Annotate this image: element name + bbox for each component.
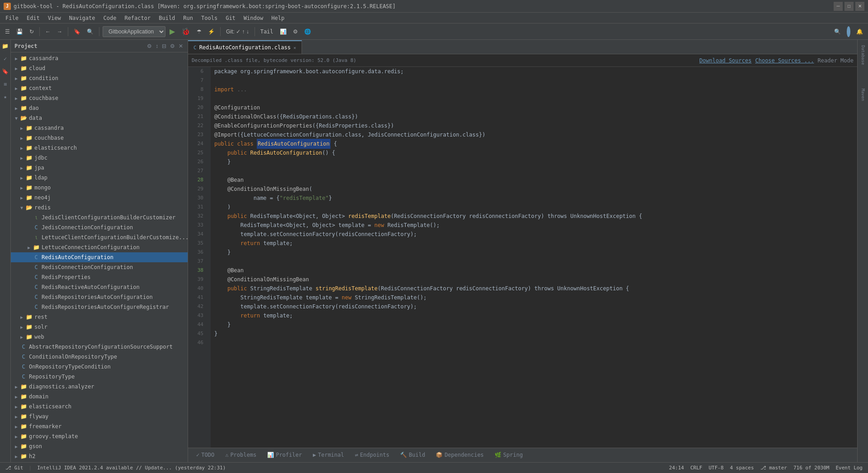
panel-settings-btn[interactable]: ⚙: [146, 42, 153, 50]
tree-item-data-jpa[interactable]: ▶ 📁 jpa: [11, 163, 188, 173]
tree-item-web[interactable]: ▶ 📁 web: [11, 332, 188, 342]
reader-mode-button[interactable]: Reader Mode: [818, 57, 854, 64]
toolbar-memory-btn[interactable]: 📊: [278, 27, 289, 36]
menu-refactor[interactable]: Refactor: [121, 14, 154, 22]
tree-item-flyway[interactable]: ▶ 📁 flyway: [11, 412, 188, 421]
panel-gear-btn[interactable]: ⚙: [169, 42, 176, 50]
tree-item-repo-type[interactable]: ▶ C RepositoryType: [11, 372, 188, 382]
bottom-tab-problems[interactable]: ⚠ Problems: [221, 449, 261, 462]
status-cursor[interactable]: 24:14: [667, 465, 686, 471]
tree-item-h2[interactable]: ▶ 📁 h2: [11, 451, 188, 461]
tree-item-cassandra[interactable]: ▶ 📁 cassandra: [11, 53, 188, 63]
run-config-selector[interactable]: GitbookApplication: [103, 26, 165, 37]
code-content[interactable]: package org.springframework.boot.autocon…: [211, 67, 857, 448]
tree-item-data-neo4j[interactable]: ▶ 📁 neo4j: [11, 193, 188, 203]
tree-item-data-couchbase[interactable]: ▶ 📁 couchbase: [11, 133, 188, 143]
status-branch[interactable]: ⎇ master: [759, 465, 789, 471]
toolbar-inspect-btn[interactable]: 🔍: [85, 27, 96, 36]
status-notification[interactable]: IntelliJ IDEA 2021.2.4 available // Upda…: [35, 465, 227, 471]
tree-item-data-ldap[interactable]: ▶ 📁 ldap: [11, 173, 188, 183]
menu-edit[interactable]: Edit: [23, 14, 43, 22]
tree-item-dao[interactable]: ▶ 📁 dao: [11, 103, 188, 113]
toolbar-vcs-btn[interactable]: Git: ✓ ↑ ↓: [224, 27, 251, 36]
menu-window[interactable]: Window: [240, 14, 267, 22]
menu-git[interactable]: Git: [222, 14, 239, 22]
maximize-button[interactable]: □: [844, 2, 854, 11]
bottom-tab-spring[interactable]: 🌿 Spring: [490, 449, 527, 462]
status-indent[interactable]: 4 spaces: [728, 465, 756, 471]
tree-item-rest[interactable]: ▶ 📁 rest: [11, 312, 188, 322]
menu-view[interactable]: View: [44, 14, 65, 22]
choose-sources-link[interactable]: Choose Sources ...: [755, 57, 814, 64]
left-icon-structure[interactable]: ≡: [1, 80, 10, 89]
tree-item-redis-conn-config[interactable]: ▶ C RedisConnectionConfiguration: [11, 262, 188, 272]
tree-item-elasticsearch[interactable]: ▶ 📁 elasticsearch: [11, 402, 188, 412]
tree-item-data-elasticsearch[interactable]: ▶ 📁 elasticsearch: [11, 143, 188, 153]
menu-run[interactable]: Run: [179, 14, 197, 22]
tree-item-freemarker[interactable]: ▶ 📁 freemarker: [11, 421, 188, 431]
tree-item-redis-repos-auto[interactable]: ▶ C RedisRepositoriesAutoConfiguration: [11, 292, 188, 302]
toolbar-notifications-btn[interactable]: 🔔: [854, 27, 865, 36]
tree-item-solr[interactable]: ▶ 📁 solr: [11, 322, 188, 332]
run-button[interactable]: ▶: [167, 26, 177, 37]
tree-item-data-redis[interactable]: ▼ 📂 redis: [11, 203, 188, 213]
tree-item-lettuce-conn-config[interactable]: ▶ 📁 LettuceConnectionConfiguration: [11, 242, 188, 252]
toolbar-menu-btn[interactable]: ☰: [3, 27, 12, 36]
bottom-tab-build[interactable]: 🔨 Build: [396, 449, 429, 462]
coverage-button[interactable]: ☂: [194, 27, 204, 36]
tree-item-gson[interactable]: ▶ 📁 gson: [11, 441, 188, 451]
tree-item-abstract-repo[interactable]: ▶ C AbstractRepositoryConfigurationSourc…: [11, 342, 188, 352]
tree-item-data-cassandra[interactable]: ▶ 📁 cassandra: [11, 123, 188, 133]
status-crlf[interactable]: CRLF: [689, 465, 704, 471]
menu-help[interactable]: Help: [268, 14, 288, 22]
tree-item-couchbase[interactable]: ▶ 📁 couchbase: [11, 93, 188, 103]
tree-container[interactable]: ▶ 📁 cassandra ▶ 📁 cloud ▶ 📁 condition ▶ …: [11, 52, 188, 462]
right-icon-database[interactable]: Database: [859, 42, 868, 69]
toolbar-bookmark-btn[interactable]: 🔖: [71, 27, 83, 36]
menu-code[interactable]: Code: [100, 14, 120, 22]
event-log-btn[interactable]: Event Log: [834, 465, 864, 471]
panel-sort-btn[interactable]: ↕: [155, 42, 159, 50]
toolbar-back-btn[interactable]: ←: [43, 27, 53, 36]
menu-navigate[interactable]: Navigate: [66, 14, 99, 22]
tree-item-groovy-template[interactable]: ▶ 📁 groovy.template: [11, 431, 188, 441]
bottom-tab-profiler[interactable]: 📊 Profiler: [263, 449, 307, 462]
tree-item-redis-reactive-auto[interactable]: ▶ C RedisReactiveAutoConfiguration: [11, 282, 188, 292]
tree-item-redis-props[interactable]: ▶ C RedisProperties: [11, 272, 188, 282]
menu-file[interactable]: File: [2, 14, 22, 22]
minimize-button[interactable]: ─: [834, 2, 843, 11]
toolbar-search-btn[interactable]: 🔍: [832, 27, 843, 36]
bottom-tab-endpoints[interactable]: ⇌ Endpoints: [350, 449, 394, 462]
menu-build[interactable]: Build: [155, 14, 179, 22]
bottom-tab-terminal[interactable]: ▶ Terminal: [308, 449, 349, 462]
status-git-btn[interactable]: ⎇ Git: [4, 465, 25, 471]
toolbar-forward-btn[interactable]: →: [55, 27, 65, 36]
tree-item-redis-auto-config[interactable]: ▶ C RedisAutoConfiguration: [11, 252, 188, 262]
tree-item-domain[interactable]: ▶ 📁 domain: [11, 392, 188, 402]
menu-tools[interactable]: Tools: [198, 14, 221, 22]
tree-item-condition[interactable]: ▶ 📁 condition: [11, 73, 188, 83]
editor-tab-redis-auto-config[interactable]: C RedisAutoConfiguration.class ✕: [188, 40, 302, 54]
tree-item-redis-repos-registrar[interactable]: ▶ C RedisRepositoriesAutoConfigureRegist…: [11, 302, 188, 312]
toolbar-save-btn[interactable]: 💾: [14, 27, 25, 36]
tree-item-diagnostics[interactable]: ▶ 📁 diagnostics.analyzer: [11, 382, 188, 392]
toolbar-translate-btn[interactable]: 🌐: [302, 27, 313, 36]
left-icon-bookmarks[interactable]: 🔖: [1, 67, 10, 76]
tree-item-context[interactable]: ▶ 📁 context: [11, 83, 188, 93]
profile-button[interactable]: ⚡: [206, 27, 217, 36]
close-button[interactable]: ✕: [855, 2, 864, 11]
tree-item-lettuce-client-customizer[interactable]: ▶ ι LettuceClientConfigurationBuilderCus…: [11, 232, 188, 242]
tree-item-data-mongo[interactable]: ▶ 📁 mongo: [11, 183, 188, 193]
tree-item-cloud[interactable]: ▶ 📁 cloud: [11, 63, 188, 73]
right-icon-maven[interactable]: Maven: [859, 81, 868, 109]
debug-button[interactable]: 🐞: [179, 26, 193, 37]
status-file-encoding[interactable]: UTF-8: [707, 465, 725, 471]
tab-close-btn[interactable]: ✕: [293, 45, 296, 50]
download-sources-link[interactable]: Download Sources: [699, 57, 752, 64]
bottom-tab-todo[interactable]: ✓ TODO: [192, 449, 219, 462]
panel-collapse-btn[interactable]: ⊟: [161, 42, 167, 50]
tree-item-jedis-client-customizer[interactable]: ▶ ι JedisClientConfigurationBuilderCusto…: [11, 213, 188, 222]
tree-item-data[interactable]: ▼ 📂 data: [11, 113, 188, 123]
toolbar-settings-btn[interactable]: ⚙: [291, 27, 300, 36]
panel-close-btn[interactable]: ✕: [178, 42, 184, 50]
